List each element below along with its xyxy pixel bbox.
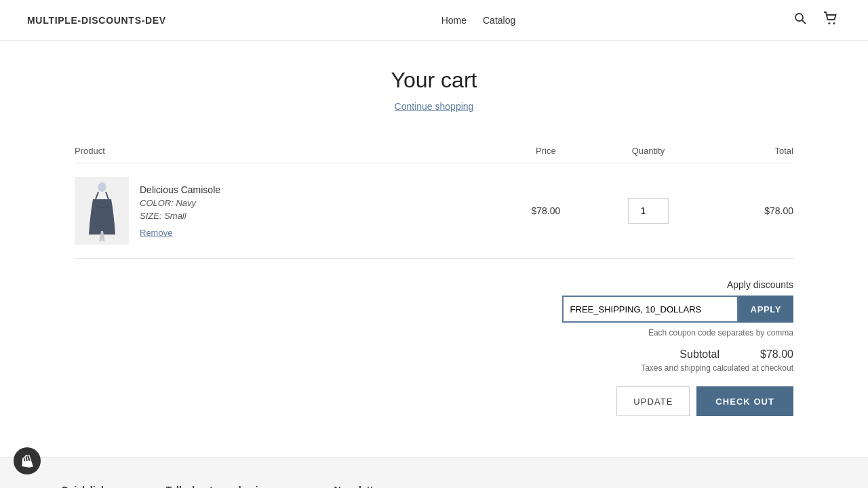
cart-icon [823,12,838,25]
tax-note: Taxes and shipping calculated at checkou… [641,363,793,373]
discount-row: APPLY [562,296,793,323]
header-icons [791,9,841,31]
dress-svg [83,180,121,241]
cart-button[interactable] [821,9,841,31]
product-price: $78.00 [503,163,589,259]
apply-discounts-label: Apply discounts [727,279,793,290]
quantity-cell [589,163,708,259]
shopify-icon [19,453,35,469]
svg-point-2 [828,22,830,24]
footer-newsletter-title: Newsletter [334,485,382,488]
continue-shopping-link[interactable]: Continue shopping [75,101,793,112]
product-cell: Delicious Camisole COLOR: Navy SIZE: Sma… [75,163,503,259]
table-row: Delicious Camisole COLOR: Navy SIZE: Sma… [75,163,793,259]
footer-quicklinks-title: Quick links [61,485,112,488]
svg-line-1 [802,20,806,24]
main-nav: Home Catalog [441,15,516,26]
footer-col-business: Talk about your business [166,485,280,488]
search-button[interactable] [791,9,810,31]
main-content: Your cart Continue shopping Product Pric… [61,41,807,457]
subtotal-section: Subtotal $78.00 Taxes and shipping calcu… [75,348,793,373]
subtotal-row: Subtotal $78.00 [679,348,793,361]
site-logo: MULTIPLE-DISCOUNTS-DEV [27,15,166,26]
col-header-total: Total [708,139,793,163]
subtotal-label: Subtotal [679,348,719,361]
footer-col-quicklinks: Quick links [61,485,112,488]
footer: Quick links Talk about your business New… [0,457,868,488]
svg-point-0 [795,14,803,21]
product-name: Delicious Camisole [140,184,220,195]
product-total: $78.00 [708,163,793,259]
col-header-quantity: Quantity [589,139,708,163]
cart-table: Product Price Quantity Total [75,139,793,259]
svg-point-4 [98,182,106,192]
product-image [75,177,129,245]
action-buttons: UPDATE CHECK OUT [75,386,793,416]
quantity-input[interactable] [628,198,669,224]
footer-business-title: Talk about your business [166,485,280,488]
discount-input[interactable] [562,296,738,323]
product-size: SIZE: Small [140,211,220,221]
table-header-row: Product Price Quantity Total [75,139,793,163]
discount-hint: Each coupon code separates by comma [648,328,793,338]
apply-button[interactable]: APPLY [738,296,793,323]
page-title: Your cart [75,68,793,93]
header: MULTIPLE-DISCOUNTS-DEV Home Catalog [0,0,868,41]
nav-home[interactable]: Home [441,15,467,26]
col-header-price: Price [503,139,589,163]
nav-catalog[interactable]: Catalog [483,15,515,26]
search-icon [793,12,807,25]
remove-link[interactable]: Remove [140,228,220,238]
svg-line-6 [106,192,108,199]
update-button[interactable]: UPDATE [616,386,690,416]
footer-columns: Quick links Talk about your business New… [61,485,807,488]
checkout-button[interactable]: CHECK OUT [696,386,793,416]
subtotal-value: $78.00 [760,348,793,361]
svg-line-5 [96,192,98,199]
product-color: COLOR: Navy [140,198,220,208]
product-info: Delicious Camisole COLOR: Navy SIZE: Sma… [140,184,220,238]
svg-point-3 [833,22,835,24]
discount-section: Apply discounts APPLY Each coupon code s… [75,279,793,338]
col-header-product: Product [75,139,503,163]
footer-col-newsletter: Newsletter [334,485,382,488]
shopify-badge[interactable] [14,447,41,474]
